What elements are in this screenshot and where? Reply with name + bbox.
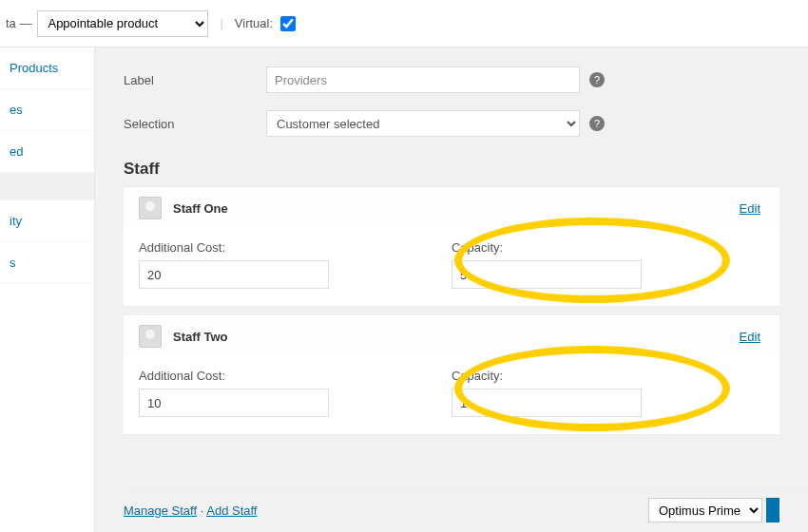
additional-cost-input[interactable] <box>139 260 329 289</box>
additional-cost-label: Additional Cost: <box>139 369 452 383</box>
additional-cost-input[interactable] <box>139 389 329 417</box>
virtual-checkbox[interactable] <box>280 16 296 31</box>
add-button[interactable] <box>766 498 779 522</box>
manage-staff-link[interactable]: Manage Staff <box>124 504 197 518</box>
topbar: ta — Appointable product | Virtual: <box>0 0 808 48</box>
sidebar: Products es ed ity s <box>0 48 95 532</box>
vertical-divider: | <box>220 16 222 30</box>
main-panel: Label ? Selection Customer selected ? St… <box>95 48 808 532</box>
selection-field-label: Selection <box>124 117 266 131</box>
sidebar-item-4[interactable]: ity <box>0 200 94 242</box>
capacity-label: Capacity: <box>452 369 764 383</box>
staff-name: Staff Two <box>173 330 740 344</box>
virtual-label: Virtual: <box>235 16 273 30</box>
sidebar-item-2[interactable]: ed <box>0 131 94 173</box>
avatar <box>139 197 162 219</box>
sidebar-item-active[interactable] <box>0 173 94 200</box>
footer-select[interactable]: Optimus Prime <box>648 498 762 522</box>
capacity-input[interactable] <box>452 260 642 289</box>
edit-link[interactable]: Edit <box>740 201 760 216</box>
staff-card: Staff One Edit Additional Cost: Capacity… <box>124 186 779 307</box>
selection-select[interactable]: Customer selected <box>266 110 580 137</box>
capacity-label: Capacity: <box>452 240 764 255</box>
staff-name: Staff One <box>173 201 740 216</box>
additional-cost-label: Additional Cost: <box>139 240 452 255</box>
product-data-label: ta — <box>6 16 31 30</box>
add-staff-link[interactable]: Add Staff <box>206 504 257 518</box>
sidebar-item-1[interactable]: es <box>0 89 94 131</box>
capacity-input[interactable] <box>452 389 642 417</box>
sidebar-item-products[interactable]: Products <box>0 48 94 89</box>
sidebar-item-5[interactable]: s <box>0 242 94 284</box>
help-icon[interactable]: ? <box>589 116 605 131</box>
help-icon[interactable]: ? <box>589 72 605 87</box>
staff-card: Staff Two Edit Additional Cost: Capacity… <box>124 314 779 435</box>
edit-link[interactable]: Edit <box>740 330 760 344</box>
label-input[interactable] <box>266 66 580 93</box>
staff-heading: Staff <box>124 160 779 179</box>
label-field-label: Label <box>124 73 266 87</box>
product-type-select[interactable]: Appointable product <box>37 10 208 37</box>
avatar <box>139 325 162 348</box>
footer-bar: Manage Staff · Add Staff Optimus Prime <box>124 487 808 522</box>
